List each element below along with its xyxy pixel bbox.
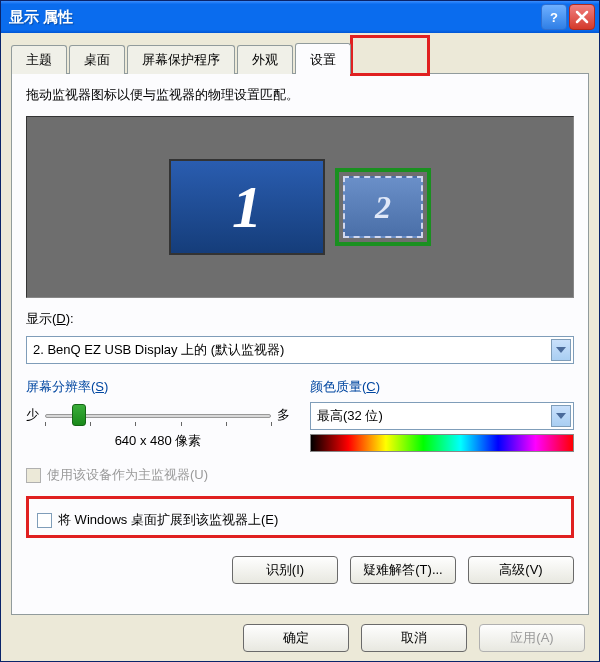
troubleshoot-button[interactable]: 疑难解答(T)... [350,556,456,584]
tab-settings[interactable]: 设置 [295,43,351,74]
help-icon: ? [546,9,562,25]
highlight-active-tab [350,35,430,76]
chevron-down-icon [551,339,571,361]
highlight-extend-checkbox: 将 Windows 桌面扩展到该监视器上(E) [26,496,574,538]
apply-button: 应用(A) [479,624,585,652]
identify-button[interactable]: 识别(I) [232,556,338,584]
monitor-2[interactable]: 2 [343,176,423,238]
display-label: 显示(D): [26,310,574,328]
tab-appearance[interactable]: 外观 [237,45,293,74]
slider-thumb[interactable] [72,404,86,426]
dialog-button-row: 确定 取消 应用(A) [1,615,599,661]
ok-button[interactable]: 确定 [243,624,349,652]
window-title: 显示 属性 [9,8,539,27]
instruction-text: 拖动监视器图标以便与监视器的物理设置匹配。 [26,86,574,104]
help-button[interactable]: ? [541,4,567,30]
extend-desktop-checkbox-row[interactable]: 将 Windows 桌面扩展到该监视器上(E) [37,511,563,529]
color-quality-title: 颜色质量(C) [310,378,574,396]
slider-more-label: 多 [277,406,290,424]
resolution-group: 屏幕分辨率(S) 少 多 [26,378,290,452]
extend-desktop-checkbox[interactable] [37,513,52,528]
color-quality-group: 颜色质量(C) 最高(32 位) [310,378,574,452]
resolution-value: 640 x 480 像素 [26,432,290,450]
color-spectrum [310,434,574,452]
display-properties-window: 显示 属性 ? 主题 桌面 屏幕保护程序 外观 设置 拖动监视器图标以便与监视器… [0,0,600,662]
svg-text:?: ? [550,10,558,25]
resolution-slider[interactable] [45,402,271,428]
primary-monitor-checkbox [26,468,41,483]
monitor-1[interactable]: 1 [169,159,325,255]
resolution-title: 屏幕分辨率(S) [26,378,290,396]
settings-panel: 拖动监视器图标以便与监视器的物理设置匹配。 1 2 显示(D): 2. BenQ… [11,73,589,615]
monitor-arrange-area[interactable]: 1 2 [26,116,574,298]
titlebar[interactable]: 显示 属性 ? [1,1,599,33]
tab-row: 主题 桌面 屏幕保护程序 外观 设置 [11,43,589,73]
primary-monitor-checkbox-row: 使用该设备作为主监视器(U) [26,466,574,484]
tab-screensaver[interactable]: 屏幕保护程序 [127,45,235,74]
chevron-down-icon [551,405,571,427]
cancel-button[interactable]: 取消 [361,624,467,652]
color-quality-value: 最高(32 位) [317,407,551,425]
close-icon [574,9,590,25]
extend-desktop-label: 将 Windows 桌面扩展到该监视器上(E) [58,511,278,529]
slider-less-label: 少 [26,406,39,424]
tab-desktop[interactable]: 桌面 [69,45,125,74]
display-dropdown[interactable]: 2. BenQ EZ USB Display 上的 (默认监视器) [26,336,574,364]
advanced-button[interactable]: 高级(V) [468,556,574,584]
highlight-monitor-2: 2 [335,168,431,246]
tab-theme[interactable]: 主题 [11,45,67,74]
display-dropdown-value: 2. BenQ EZ USB Display 上的 (默认监视器) [33,341,551,359]
color-quality-dropdown[interactable]: 最高(32 位) [310,402,574,430]
primary-monitor-label: 使用该设备作为主监视器(U) [47,466,208,484]
close-button[interactable] [569,4,595,30]
